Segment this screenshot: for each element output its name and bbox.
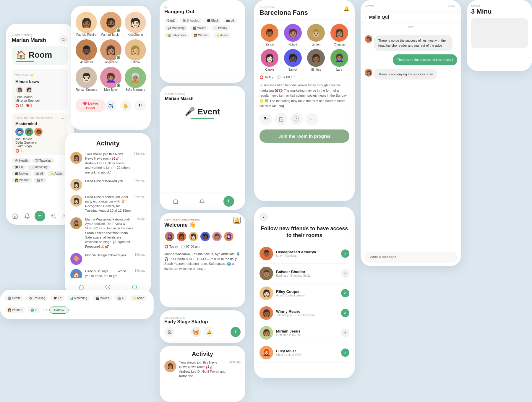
tag-health[interactable]: 🏥 Health	[12, 158, 31, 163]
ob-notification-button[interactable]: 🔔	[233, 217, 241, 224]
ob-avatars: 🧕🏽 👩🏾 👩🏻 🧑🏿 👩🏽 🧕🏻	[164, 231, 241, 242]
friend-av-deveeprasad: 👨🏾	[259, 247, 273, 260]
nav-bell[interactable]	[22, 211, 32, 221]
home-tags: 🏥 Health ✈️ Traveling 🎓 Ed 📊 Marketing 🎬…	[12, 158, 68, 183]
chat-av-1: 👩🏽	[365, 35, 372, 43]
aws-bell-btn[interactable]: 🔔	[204, 327, 214, 337]
nav-home[interactable]	[10, 211, 20, 221]
friend-name-deveeprasad: Deveeprasad Acharya	[276, 250, 338, 254]
h-tag-woman[interactable]: 👩 Woman	[191, 33, 211, 38]
tag-in[interactable]: 🌍 In	[34, 178, 46, 183]
search-button[interactable]	[59, 35, 68, 44]
avatar-patricia: 👩🏾	[76, 12, 97, 33]
topic-marketing[interactable]: 📊 Marketing	[67, 295, 90, 301]
chat-news-label: NEWS	[365, 5, 445, 8]
bcn-person-lara: 👩🏽‍🦱 Lara	[329, 49, 350, 71]
share-button[interactable]: ✈️	[105, 100, 116, 111]
tag-ed[interactable]: 🎓 Ed	[12, 165, 26, 170]
bcn-person-linden: 👨🏼 Lindén	[306, 24, 326, 46]
follow-check-winny[interactable]: ✓	[341, 309, 349, 317]
tag-ai[interactable]: 🤖 AI	[33, 171, 46, 176]
activity2-item-1: 👩🏽 "You should join this News News News …	[164, 360, 241, 379]
follow-back-button[interactable]: ‹	[259, 213, 268, 221]
h-tag-indigenous[interactable]: 🌿 Indigenous	[164, 33, 189, 38]
friend-name-lucy: Lucy Miller	[276, 349, 338, 353]
topic-ed[interactable]: 🎓 Ed	[51, 295, 64, 301]
bcn-person-chigusa: 👩🏽 Chigusa	[329, 24, 350, 46]
person-niek: 👩🏽‍🦱 🎤 Niek Bove	[100, 67, 122, 91]
aws-home-btn[interactable]: 🏠	[164, 327, 174, 337]
bcn-schedule-btn[interactable]: 🕐	[290, 113, 303, 125]
topic-health[interactable]: 🏥 Health	[5, 295, 24, 301]
hand-button[interactable]: ✋	[120, 100, 131, 111]
tag-traveling[interactable]: ✈️ Traveling	[32, 158, 54, 163]
minute-news-card: WS NEWS 🌟 ··· Minute News 👩🏽 👩🏻 Lena Mar…	[12, 69, 68, 110]
onboarding-card: NEW USER ONBOARDING Welcome 👋 🔔 🧕🏽 👩🏾 👩🏻…	[160, 213, 245, 307]
nav-people[interactable]	[48, 211, 57, 221]
bcn-av-carole: 👩🏻	[261, 49, 278, 67]
topic-movies[interactable]: 🎬 Movies	[93, 295, 112, 301]
barcelona-notification-button[interactable]: 🔔	[343, 6, 349, 12]
svg-point-2	[51, 214, 53, 216]
grid-button[interactable]: ⠿	[135, 100, 146, 111]
h-tag-history[interactable]: 📖 History	[211, 25, 230, 31]
leave-room-button[interactable]: 💗 Leave room	[76, 99, 105, 112]
topic-woman[interactable]: 👩 Woman	[5, 307, 25, 313]
ev-nav-home[interactable]	[171, 197, 180, 206]
h-tag-movies[interactable]: 🎬 Movies	[189, 25, 209, 31]
mm-menu[interactable]: ···	[61, 116, 64, 121]
h-tag-black[interactable]: ⚫ Black	[204, 18, 221, 23]
chat-back-icon[interactable]: ‹	[365, 15, 367, 20]
mic-badge-niek: 🎤	[116, 83, 121, 87]
h-tag-lg[interactable]: 📺 LG	[223, 18, 237, 23]
act-avatar-5: 🎨	[70, 253, 82, 265]
act-avatar-3: 👩🏻	[70, 195, 82, 207]
chat-card: NEWS 3 Minu ‹ Malin Qui Todo 👩🏽 There is…	[361, 0, 461, 266]
h-tag-marketing[interactable]: 📢 Marketing	[164, 25, 188, 31]
bcn-more-btn[interactable]: ···	[306, 113, 318, 125]
tag-woman[interactable]: 👩 Woman	[12, 178, 32, 183]
aws-basket-btn[interactable]: 🧺	[191, 327, 201, 337]
bcn-time-row: ⭕ Today 🕐 07:00 am	[259, 75, 349, 79]
act2-time-1: 31m ago	[229, 360, 241, 364]
topic-ai[interactable]: 🤖 AI	[114, 295, 127, 301]
bcn-av-simoes: 👩🏾	[307, 49, 325, 67]
h-tag-genz[interactable]: GenZ	[164, 18, 178, 23]
follow-check-riley[interactable]: ✓	[341, 289, 349, 297]
event-menu-icon[interactable]: ≡	[237, 91, 240, 97]
topic-traveling[interactable]: ✈️ Traveling	[26, 295, 48, 301]
ev-add-button[interactable]: +	[223, 196, 234, 207]
tag-movies[interactable]: 🎬 Movies	[12, 171, 31, 176]
follow-plus-miriam[interactable]: +	[341, 329, 349, 337]
person-fatima: 👩🏼 Fátima	[124, 39, 146, 64]
tag-asian[interactable]: ⭐ Asian	[47, 171, 65, 176]
follow-title: Follow new friends to have access to the…	[259, 225, 349, 239]
h-tag-asian[interactable]: ⭐ Asian	[213, 33, 231, 38]
event-greeting-name: Marian Marsh	[165, 96, 194, 101]
add-button[interactable]: +	[35, 211, 45, 221]
join-room-button[interactable]: Join the room in progres	[259, 129, 349, 143]
news-menu[interactable]: ···	[61, 72, 64, 78]
h-tag-shopping[interactable]: 🛍️ Shopping	[179, 18, 202, 23]
follow-check-deveeprasad[interactable]: ✓	[341, 249, 349, 258]
friend-riley: 👩🏻 Riley Cooper Actor/ Content creator ✓	[259, 283, 349, 303]
friend-name-balveer: Balveer Bhadiar	[276, 270, 338, 274]
ob-av-5: 👩🏽	[212, 231, 222, 242]
hanging-tags: GenZ 🛍️ Shopping ⚫ Black 📺 LG 📢 Marketin…	[164, 18, 241, 38]
tag-marketing[interactable]: 📊 Marketing	[27, 165, 51, 170]
bcn-copy-btn[interactable]: 📋	[275, 113, 287, 125]
aws-add-btn[interactable]: +	[231, 327, 241, 337]
bcn-refresh-btn[interactable]: ↻	[259, 113, 272, 125]
act2-text-1: "You should join this News News News roo…	[179, 360, 226, 379]
bcn-name-carole: Carole	[259, 68, 280, 71]
follow-check-lucy[interactable]: ✓	[341, 348, 349, 357]
activity-item-1: 👩🏽 "You should join this News News News …	[70, 152, 145, 175]
chat-input[interactable]	[365, 252, 457, 262]
topic-in[interactable]: 🌍 In	[27, 307, 40, 313]
ev-nav-bell[interactable]	[197, 197, 207, 206]
follow-button[interactable]: Follow	[49, 307, 69, 314]
topic-asian[interactable]: ⭐ Asian	[130, 295, 147, 301]
follow-plus-balveer[interactable]: +	[341, 269, 349, 278]
bcn-name-noboa: Noboa	[283, 43, 303, 46]
chat-today: Todo	[361, 23, 461, 31]
